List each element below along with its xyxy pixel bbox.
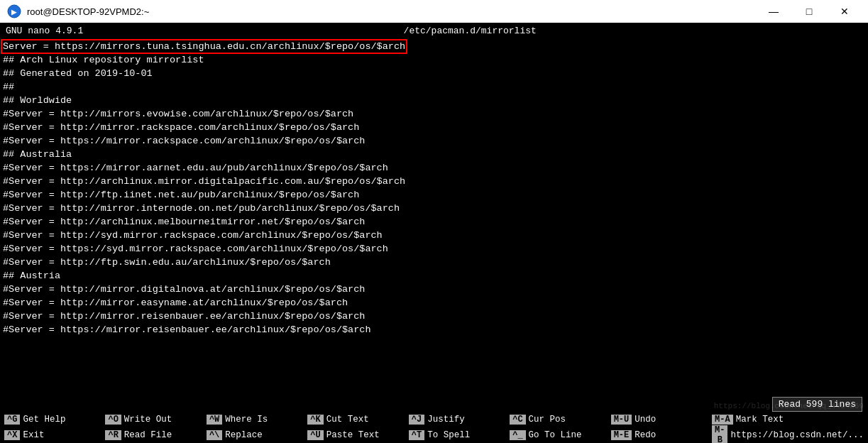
- shortcut-item[interactable]: ^GGet Help: [0, 412, 101, 427]
- shortcut-label: Undo: [634, 415, 656, 425]
- shortcut-item[interactable]: ^RRead File: [101, 427, 202, 443]
- shortcut-key: ^C: [510, 415, 525, 425]
- nano-header-right: [857, 26, 862, 36]
- shortcut-label: Redo: [634, 430, 656, 440]
- shortcut-key: M-B: [712, 425, 727, 443]
- window-title: root@DESKTOP-92VPMD2:~: [27, 6, 149, 17]
- title-bar: ▶ root@DESKTOP-92VPMD2:~ — □ ✕: [0, 0, 868, 23]
- shortcut-key: ^T: [409, 430, 424, 440]
- nano-header: GNU nano 4.9.1 /etc/pacman.d/mirrorlist: [0, 23, 868, 38]
- editor-line: #Server = http://ftp.iinet.net.au/pub/ar…: [0, 188, 868, 202]
- editor-line: #Server = http://mirror.digitalnova.at/a…: [0, 283, 868, 296]
- editor-line: #Server = http://syd.mirror.rackspace.co…: [0, 229, 868, 242]
- editor-line: #Server = http://ftp.swin.edu.au/archlin…: [0, 256, 868, 269]
- title-bar-controls[interactable]: — □ ✕: [757, 0, 861, 23]
- shortcut-label: Get Help: [23, 415, 65, 425]
- shortcut-item[interactable]: M-ERedo: [607, 427, 708, 443]
- editor-line: #Server = https://mirror.rackspace.com/a…: [0, 134, 868, 148]
- shortcut-label: Mark Text: [736, 415, 784, 425]
- editor-line: ## Austria: [0, 269, 868, 283]
- shortcut-key: ^X: [4, 430, 20, 440]
- watermark: https://blog.csdn.net/qq_4494869: [710, 400, 868, 412]
- shortcut-item[interactable]: ^UPaste Text: [303, 427, 404, 443]
- shortcut-label: Paste Text: [326, 430, 380, 440]
- editor-line: #Server = http://mirrors.evowise.com/arc…: [0, 107, 868, 121]
- editor-line: #Server = https://mirror.aarnet.edu.au/p…: [0, 161, 868, 175]
- title-bar-left: ▶ root@DESKTOP-92VPMD2:~: [7, 4, 149, 18]
- highlighted-line: Server = https://mirrors.tuna.tsinghua.e…: [3, 41, 405, 52]
- editor-line: #Server = http://mirror.internode.on.net…: [0, 202, 868, 215]
- shortcut-item[interactable]: M-UUndo: [607, 412, 708, 427]
- shortcut-key: ^K: [307, 415, 323, 425]
- editor-line: #Server = http://mirror.rackspace.com/ar…: [0, 121, 868, 134]
- shortcut-item[interactable]: ^TTo Spell: [405, 427, 505, 443]
- editor-line: ## Generated on 2019-10-01: [0, 67, 868, 80]
- shortcut-label: Cur Pos: [529, 415, 566, 425]
- shortcut-item[interactable]: ^OWrite Out: [101, 412, 202, 427]
- nano-version: GNU nano 4.9.1: [6, 26, 83, 36]
- shortcut-label: Go To Line: [529, 430, 582, 440]
- maximize-button[interactable]: □: [793, 0, 825, 23]
- shortcut-item[interactable]: ^JJustify: [405, 412, 505, 427]
- shortcut-item[interactable]: ^WWhere Is: [202, 412, 303, 427]
- shortcut-item[interactable]: ^KCut Text: [303, 412, 404, 427]
- shortcut-bar: ^GGet Help^OWrite Out^WWhere Is^KCut Tex…: [0, 412, 868, 443]
- shortcut-label: Exit: [23, 430, 44, 440]
- shortcut-item[interactable]: ^_Go To Line: [505, 427, 606, 443]
- shortcut-key: ^_: [510, 430, 525, 440]
- shortcut-item[interactable]: ^CCur Pos: [505, 412, 606, 427]
- shortcut-label: To Spell: [427, 430, 470, 440]
- shortcut-item[interactable]: M-AMark Text: [708, 412, 868, 427]
- shortcut-key: ^J: [409, 415, 424, 425]
- file-path: /etc/pacman.d/mirrorlist: [404, 26, 537, 36]
- editor-lines: Server = https://mirrors.tuna.tsinghua.e…: [0, 40, 868, 337]
- shortcut-label: Replace: [225, 430, 263, 440]
- shortcut-key: ^\: [207, 430, 222, 440]
- shortcut-key: ^U: [307, 430, 323, 440]
- editor-line: #Server = http://mirror.easyname.at/arch…: [0, 296, 868, 310]
- editor-line: #Server = https://mirror.reisenbauer.ee/…: [0, 323, 868, 337]
- editor-area[interactable]: Server = https://mirrors.tuna.tsinghua.e…: [0, 38, 868, 396]
- shortcut-key: ^W: [207, 415, 222, 425]
- shortcut-key: M-U: [611, 415, 632, 425]
- shortcut-key: ^G: [4, 415, 20, 425]
- shortcut-label: Justify: [427, 415, 465, 425]
- shortcut-label: Cut Text: [326, 415, 369, 425]
- editor-line: ## Arch Linux repository mirrorlist: [0, 53, 868, 67]
- minimize-button[interactable]: —: [757, 0, 790, 23]
- editor-line: ## Worldwide: [0, 94, 868, 107]
- app-icon: ▶: [7, 4, 21, 18]
- editor-line: #Server = https://syd.mirror.rackspace.c…: [0, 242, 868, 256]
- shortcut-item[interactable]: ^XExit: [0, 427, 101, 443]
- shortcut-item[interactable]: ^\Replace: [202, 427, 303, 443]
- svg-text:▶: ▶: [11, 7, 17, 18]
- shortcut-key: ^R: [105, 430, 121, 440]
- editor-line: ##: [0, 80, 868, 94]
- editor-line: ## Australia: [0, 148, 868, 161]
- editor-line: Server = https://mirrors.tuna.tsinghua.e…: [0, 40, 868, 53]
- editor-line: #Server = http://archlinux.mirror.digita…: [0, 175, 868, 188]
- shortcut-item[interactable]: M-Bhttps://blog.csdn.net/...: [708, 427, 868, 443]
- editor-line: #Server = http://mirror.reisenbauer.ee/a…: [0, 310, 868, 323]
- shortcut-key: M-A: [712, 415, 733, 425]
- shortcut-key: M-E: [611, 430, 632, 440]
- shortcut-label: Where Is: [225, 415, 268, 425]
- close-button[interactable]: ✕: [828, 0, 861, 23]
- shortcut-label: https://blog.csdn.net/...: [730, 430, 864, 440]
- shortcut-label: Read File: [124, 430, 172, 440]
- editor-line: #Server = http://archlinux.melbourneitmi…: [0, 215, 868, 229]
- shortcut-label: Write Out: [124, 415, 172, 425]
- shortcut-key: ^O: [105, 415, 121, 425]
